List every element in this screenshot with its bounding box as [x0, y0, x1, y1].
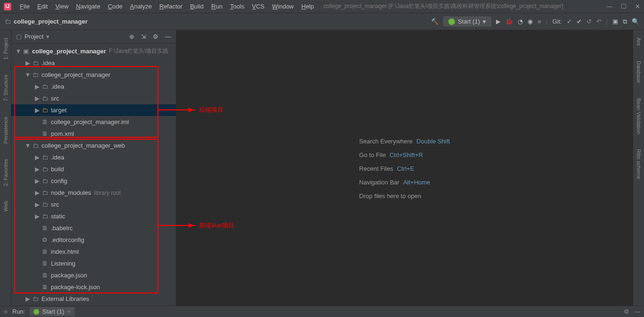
- menu-file[interactable]: File: [16, 2, 33, 11]
- tree-label: static: [51, 213, 65, 220]
- tree-item--idea[interactable]: ▶🗀.idea: [11, 81, 176, 92]
- expand-arrow-icon[interactable]: ▼: [25, 142, 31, 149]
- editor-empty-state: 后端项目 前端Vue项目 Search EverywhereDouble Shi…: [176, 30, 633, 306]
- menu-analyze[interactable]: Analyze: [126, 2, 156, 11]
- right-tool-database[interactable]: Database: [636, 58, 642, 86]
- tree-item-college-project-manager-iml[interactable]: 🗎college_project_manager.iml: [11, 116, 176, 128]
- menu-build[interactable]: Build: [186, 2, 207, 11]
- expand-arrow-icon[interactable]: ▶: [34, 213, 41, 220]
- project-panel-title[interactable]: Project: [25, 33, 43, 40]
- expand-arrow-icon[interactable]: ▶: [34, 107, 41, 114]
- tree-item-college-project-manager[interactable]: ▼🗀college_project_manager: [11, 69, 176, 81]
- expand-arrow-icon[interactable]: ▶: [34, 166, 41, 173]
- search-icon[interactable]: ▣: [612, 18, 618, 25]
- tree-label: src: [51, 95, 59, 102]
- menu-refactor[interactable]: Refactor: [156, 2, 186, 11]
- terminal-icon[interactable]: ⌾: [4, 308, 8, 315]
- collapse-icon[interactable]: ⇲: [141, 33, 146, 40]
- close-tab-icon[interactable]: ×: [67, 308, 71, 315]
- tree-hint: library root: [94, 190, 121, 196]
- menu-run[interactable]: Run: [207, 2, 226, 11]
- tree-item--editorconfig[interactable]: ⚙.editorconfig: [11, 234, 176, 246]
- expand-arrow-icon[interactable]: ▶: [34, 177, 41, 184]
- chevron-down-icon[interactable]: ▾: [46, 33, 50, 40]
- menu-code[interactable]: Code: [104, 2, 126, 11]
- tree-item-college-project-manager[interactable]: ▼▣college_project_managerF:\Java烂笔头\项目实践: [11, 45, 176, 57]
- locate-icon[interactable]: ⊕: [129, 33, 134, 40]
- right-tool-ant[interactable]: Ant: [636, 35, 642, 49]
- json-icon: 🗎: [41, 284, 49, 291]
- settings-icon[interactable]: ⚙: [624, 308, 629, 315]
- expand-arrow-icon[interactable]: ▶: [34, 83, 41, 90]
- right-tool-bean-validation[interactable]: Bean Validation: [636, 95, 642, 137]
- tree-item-target[interactable]: ▶🗀target: [11, 104, 176, 116]
- git-pull-icon[interactable]: ✓: [567, 18, 572, 25]
- menu-help[interactable]: Help: [297, 2, 318, 11]
- git-history-icon[interactable]: ↺: [586, 18, 592, 25]
- tree-item-static[interactable]: ▶🗀static: [11, 210, 176, 222]
- build-icon[interactable]: 🔨: [431, 18, 438, 25]
- spring-icon: [33, 309, 39, 315]
- run-icon[interactable]: ▶: [496, 18, 501, 25]
- tree-item-external-libraries[interactable]: ▶🗀External Libraries: [11, 293, 176, 305]
- project-tree[interactable]: ▼▣college_project_managerF:\Java烂笔头\项目实践…: [11, 43, 176, 306]
- tree-item-node-modules[interactable]: ▶🗀node_moduleslibrary root: [11, 187, 176, 199]
- settings-icon[interactable]: ⚙: [153, 33, 158, 40]
- left-tool-web[interactable]: Web: [3, 198, 8, 214]
- menu-tools[interactable]: Tools: [226, 2, 248, 11]
- tree-item-listening[interactable]: 🗎Listening: [11, 258, 176, 269]
- stop-icon[interactable]: ■: [537, 18, 541, 25]
- right-tool-ribs-scheme[interactable]: Ribs scheme: [636, 146, 642, 182]
- run-tab[interactable]: Start (1) ×: [30, 307, 74, 316]
- menu-edit[interactable]: Edit: [33, 2, 51, 11]
- tree-label: config: [51, 177, 67, 184]
- tree-label: college_project_manager: [32, 48, 106, 55]
- left-tool-7--structure[interactable]: 7: Structure: [3, 72, 8, 104]
- left-tool-1--project[interactable]: 1: Project: [3, 35, 8, 62]
- tree-item-package-lock-json[interactable]: 🗎package-lock.json: [11, 281, 176, 293]
- menu-vcs[interactable]: VCS: [248, 2, 268, 11]
- hide-icon[interactable]: —: [634, 308, 640, 315]
- minimize-icon[interactable]: —: [606, 3, 612, 10]
- tree-item--idea[interactable]: ▶🗀.idea: [11, 57, 176, 69]
- tree-item-src[interactable]: ▶🗀src: [11, 199, 176, 210]
- tree-item-college-project-manager-web[interactable]: ▼🗀college_project_manager_web: [11, 140, 176, 151]
- left-tool-2--favorites[interactable]: 2: Favorites: [3, 156, 8, 189]
- tree-item-build[interactable]: ▶🗀build: [11, 163, 176, 175]
- maximize-icon[interactable]: ☐: [621, 3, 627, 10]
- tree-item-config[interactable]: ▶🗀config: [11, 175, 176, 187]
- tree-item-pom-xml[interactable]: 🗎pom.xml: [11, 128, 176, 140]
- expand-arrow-icon[interactable]: ▶: [34, 154, 41, 161]
- expand-arrow-icon[interactable]: ▶: [34, 189, 41, 196]
- expand-arrow-icon[interactable]: ▶: [34, 201, 41, 208]
- coverage-icon[interactable]: ◔: [518, 18, 523, 25]
- hide-icon[interactable]: —: [165, 33, 171, 40]
- git-commit-icon[interactable]: ✔: [577, 18, 582, 25]
- expand-arrow-icon[interactable]: ▶: [25, 59, 31, 67]
- tree-item-index-html[interactable]: 🗎index.html: [11, 246, 176, 258]
- left-tool-persistence[interactable]: Persistence: [3, 114, 8, 146]
- run-configuration-dropdown[interactable]: Start (1) ▾: [443, 17, 491, 26]
- profiler-icon[interactable]: ◉: [528, 18, 533, 25]
- tree-item--idea[interactable]: ▶🗀.idea: [11, 151, 176, 163]
- expand-arrow-icon[interactable]: ▶: [34, 95, 41, 102]
- ide-search-icon[interactable]: ⧉: [623, 18, 627, 25]
- breadcrumb[interactable]: college_project_manager: [14, 18, 88, 25]
- expand-arrow-icon[interactable]: ▶: [25, 295, 31, 302]
- expand-arrow-icon[interactable]: ▼: [25, 71, 31, 78]
- menu-navigate[interactable]: Navigate: [72, 2, 104, 11]
- debug-icon[interactable]: 🐞: [505, 18, 513, 25]
- tree-label: package.json: [51, 272, 87, 279]
- tree-item-src[interactable]: ▶🗀src: [11, 92, 176, 104]
- folder-icon: 🗀: [31, 71, 40, 78]
- tree-item-package-json[interactable]: 🗎package.json: [11, 269, 176, 281]
- run-label[interactable]: Run:: [12, 308, 25, 315]
- tree-item--babelrc[interactable]: 🗎.babelrc: [11, 222, 176, 234]
- git-revert-icon[interactable]: ↶: [596, 18, 602, 25]
- titlebar: IJ FileEditViewNavigateCodeAnalyzeRefact…: [0, 0, 644, 13]
- expand-arrow-icon[interactable]: ▼: [15, 48, 22, 55]
- close-icon[interactable]: ✕: [635, 3, 640, 10]
- menu-window[interactable]: Window: [268, 2, 297, 11]
- search-everywhere-icon[interactable]: 🔍: [632, 18, 639, 25]
- menu-view[interactable]: View: [51, 2, 72, 11]
